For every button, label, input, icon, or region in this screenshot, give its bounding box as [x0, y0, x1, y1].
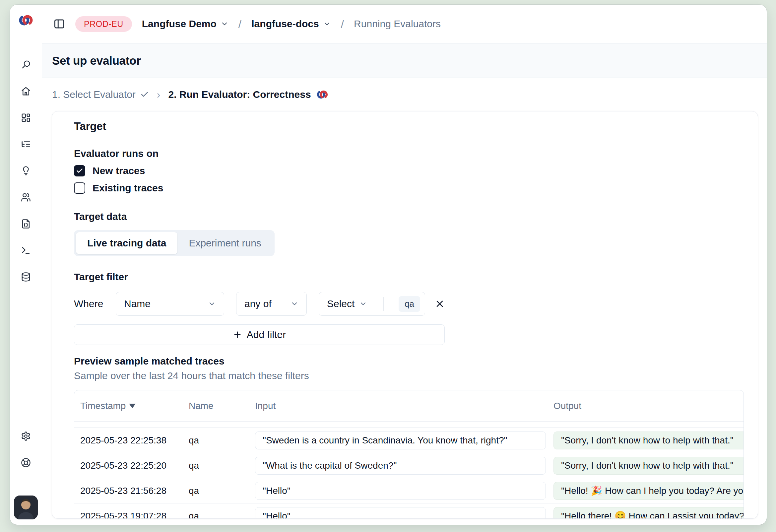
- card-title: Target: [74, 120, 743, 133]
- column-header-timestamp[interactable]: Timestamp: [74, 401, 189, 411]
- check-icon: [76, 167, 83, 174]
- page-title: Set up evaluator: [52, 54, 141, 67]
- table-row: 2025-05-23 19:07:28 qa "Hello" "Hello th…: [74, 504, 744, 519]
- output-cell: "Hello! 🎉 How can I help you today? Are …: [554, 482, 744, 500]
- org-switcher[interactable]: Langfuse Demo: [142, 18, 228, 29]
- user-avatar[interactable]: [14, 496, 38, 519]
- existing-traces-checkbox[interactable]: [74, 182, 85, 194]
- name-cell: qa: [189, 486, 255, 496]
- runs-on-label: Evaluator runs on: [74, 148, 743, 159]
- chevron-down-icon: [359, 300, 367, 308]
- step2-label: 2. Run Evaluator: Correctness: [168, 89, 311, 100]
- org-name: Langfuse Demo: [142, 18, 217, 29]
- step1-label: 1. Select Evaluator: [52, 89, 136, 100]
- langfuse-logo-icon[interactable]: [18, 13, 33, 28]
- langfuse-managed-icon: [316, 88, 328, 101]
- target-data-label: Target data: [74, 211, 743, 222]
- segment-live-tracing-data[interactable]: Live tracing data: [76, 232, 177, 254]
- home-icon[interactable]: [21, 86, 31, 96]
- step-separator-chevron: ›: [157, 88, 161, 101]
- prompts-file-icon[interactable]: [21, 219, 31, 229]
- page-title-band: Set up evaluator: [42, 43, 767, 78]
- top-bar: PROD-EU Langfuse Demo / langfuse-docs / …: [42, 5, 767, 43]
- preview-title: Preview sample matched traces: [74, 356, 743, 367]
- new-traces-checkbox[interactable]: [74, 165, 85, 176]
- input-cell: "Hello": [255, 507, 546, 519]
- new-traces-label: New traces: [92, 165, 145, 176]
- name-cell: qa: [189, 460, 255, 471]
- add-filter-button[interactable]: Add filter: [74, 324, 445, 345]
- check-icon: [140, 90, 149, 99]
- filter-column-select[interactable]: Name: [116, 292, 224, 316]
- output-cell: "Sorry, I don't know how to help with th…: [554, 431, 744, 450]
- wizard-steps: 1. Select Evaluator › 2. Run Evaluator: …: [42, 78, 767, 111]
- divider: [383, 297, 384, 311]
- table-row: 2025-05-23 22:25:20 qa "What is the capi…: [74, 453, 744, 478]
- filter-value-tag: qa: [399, 296, 420, 312]
- chevron-down-icon: [290, 300, 299, 308]
- project-switcher[interactable]: langfuse-docs: [251, 18, 331, 29]
- project-name: langfuse-docs: [251, 18, 319, 29]
- sidebar: [10, 5, 42, 525]
- app-window: PROD-EU Langfuse Demo / langfuse-docs / …: [10, 5, 767, 525]
- timestamp-cell: 2025-05-23 21:56:28: [74, 486, 189, 496]
- table-row-partial: [74, 421, 744, 428]
- datasets-database-icon[interactable]: [21, 272, 31, 282]
- column-header-name: Name: [189, 401, 255, 411]
- column-header-input: Input: [255, 401, 554, 411]
- step-select-evaluator[interactable]: 1. Select Evaluator: [52, 89, 149, 100]
- breadcrumb-current-page: Running Evaluators: [354, 18, 441, 29]
- chevron-down-icon: [220, 20, 228, 28]
- settings-gear-icon[interactable]: [21, 431, 31, 441]
- step-run-evaluator: 2. Run Evaluator: Correctness: [168, 88, 328, 101]
- filter-column-value: Name: [124, 298, 151, 310]
- preview-traces-table: Timestamp Name Input Output 2025-05-23: [74, 390, 744, 519]
- plus-icon: [233, 330, 242, 339]
- target-filter-label: Target filter: [74, 271, 743, 283]
- preview-subtitle: Sample over the last 24 hours that match…: [74, 370, 743, 381]
- filter-value-select[interactable]: Select qa: [319, 292, 425, 316]
- add-filter-label: Add filter: [247, 329, 286, 340]
- existing-traces-row: Existing traces: [74, 182, 743, 194]
- chevron-down-icon: [208, 300, 216, 308]
- name-cell: qa: [189, 435, 255, 446]
- lightbulb-icon[interactable]: [21, 166, 31, 176]
- sidebar-toggle-icon[interactable]: [53, 18, 65, 30]
- input-cell: "What is the capital of Sweden?": [255, 457, 546, 475]
- target-card: Target Evaluator runs on New traces Exis…: [52, 111, 758, 519]
- environment-badge: PROD-EU: [75, 16, 132, 32]
- filter-operator-select[interactable]: any of: [236, 292, 307, 316]
- tracing-tree-icon[interactable]: [21, 139, 31, 149]
- segment-experiment-runs[interactable]: Experiment runs: [177, 232, 272, 254]
- search-icon[interactable]: [21, 60, 31, 70]
- name-cell: qa: [189, 511, 255, 519]
- output-cell: "Sorry, I don't know how to help with th…: [554, 457, 744, 475]
- sidebar-nav: [21, 60, 31, 282]
- support-lifebuoy-icon[interactable]: [21, 458, 31, 468]
- playground-terminal-icon[interactable]: [21, 245, 31, 255]
- existing-traces-label: Existing traces: [92, 182, 163, 194]
- timestamp-cell: 2025-05-23 19:07:28: [74, 511, 189, 519]
- column-header-output: Output: [554, 401, 744, 411]
- filter-operator-value: any of: [244, 298, 271, 310]
- remove-filter-icon[interactable]: [434, 299, 445, 309]
- table-header: Timestamp Name Input Output: [74, 390, 744, 421]
- page-content: Target Evaluator runs on New traces Exis…: [42, 111, 767, 525]
- input-cell: "Sweden is a country in Scandinavia. You…: [255, 431, 546, 450]
- timestamp-cell: 2025-05-23 22:25:38: [74, 435, 189, 446]
- chevron-down-icon: [323, 20, 331, 28]
- breadcrumb-slash: /: [238, 18, 241, 30]
- sort-desc-icon: [129, 404, 136, 408]
- dashboard-icon[interactable]: [21, 113, 31, 123]
- filter-value-placeholder: Select: [327, 298, 355, 310]
- target-data-segmented-control: Live tracing data Experiment runs: [74, 230, 274, 256]
- sidebar-bottom-group: [14, 431, 38, 519]
- table-row: 2025-05-23 21:56:28 qa "Hello" "Hello! 🎉…: [74, 478, 744, 504]
- filter-row: Where Name any of Select: [74, 292, 743, 316]
- output-cell: "Hello there! 😊 How can I assist you tod…: [554, 507, 744, 519]
- users-icon[interactable]: [21, 192, 31, 202]
- breadcrumb-slash: /: [341, 18, 344, 30]
- input-cell: "Hello": [255, 482, 546, 500]
- table-row: 2025-05-23 22:25:38 qa "Sweden is a coun…: [74, 428, 744, 453]
- timestamp-cell: 2025-05-23 22:25:20: [74, 460, 189, 471]
